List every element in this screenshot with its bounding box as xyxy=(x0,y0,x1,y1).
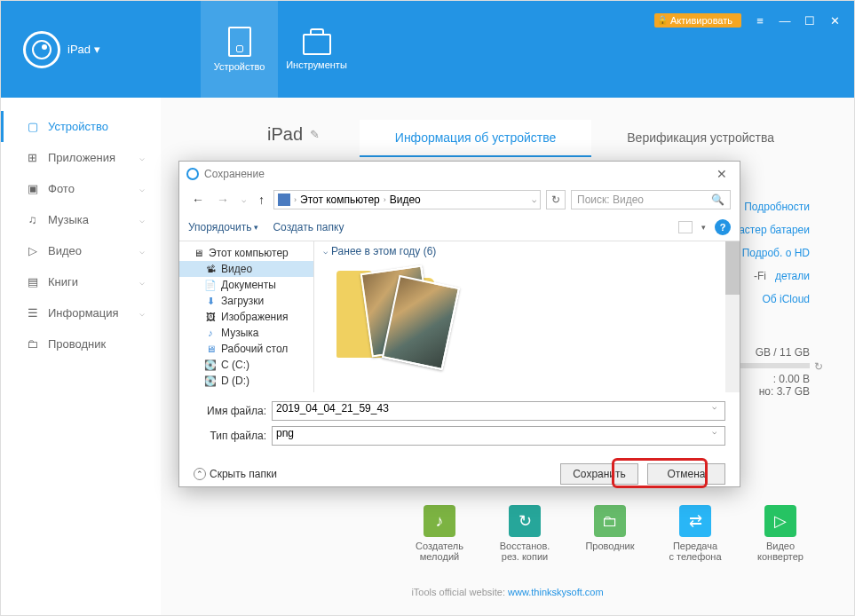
footer-link[interactable]: www.thinkskysoft.com xyxy=(508,587,604,597)
activate-button[interactable]: Активировать xyxy=(654,13,741,28)
tree-this-pc[interactable]: 🖥Этот компьютер xyxy=(179,245,313,261)
close-icon[interactable]: ✕ xyxy=(711,167,732,181)
back-button[interactable]: ← xyxy=(188,193,208,207)
sidebar-item-explorer[interactable]: 🗀Проводник xyxy=(1,328,161,359)
up-button[interactable]: ↑ xyxy=(255,193,268,207)
link-hd[interactable]: Подроб. о HD xyxy=(730,241,810,265)
drive-icon: 💽 xyxy=(204,359,217,370)
video-icon: 📽 xyxy=(204,264,217,274)
sidebar-item-video[interactable]: ▷Видео⌵ xyxy=(1,235,161,266)
sidebar-item-info[interactable]: ☰Информация⌵ xyxy=(1,297,161,328)
device-dropdown[interactable]: iPad ▾ xyxy=(67,43,100,56)
desktop-icon: 🖥 xyxy=(204,344,217,354)
menu-icon[interactable]: ≡ xyxy=(754,14,766,28)
tree-downloads[interactable]: ⬇Загрузки xyxy=(179,293,313,309)
folder-thumbnail[interactable] xyxy=(323,265,474,380)
link-details[interactable]: Подробности xyxy=(730,195,810,218)
dialog-toolbar: Упорядочить ▾ Создать папку ▾ ? xyxy=(179,213,740,241)
tool-ringtone[interactable]: ♪Создатель мелодий xyxy=(409,505,470,562)
search-icon: 🔍 xyxy=(711,193,724,206)
close-button[interactable]: ✕ xyxy=(828,14,841,28)
tree-drive-d[interactable]: 💽D (D:) xyxy=(179,373,313,389)
storage-info: GB / 11 GB ↻ : 0.00 B но: 3.7 GB xyxy=(739,346,810,398)
tool-transfer[interactable]: ⇄Передача с телефона xyxy=(665,505,725,562)
scrollbar-thumb[interactable] xyxy=(725,241,740,295)
pc-icon: 🖥 xyxy=(192,248,204,258)
drive-icon: 💽 xyxy=(204,375,217,386)
chevron-down-icon: ⌵ xyxy=(139,308,145,318)
refresh-button[interactable]: ↻ xyxy=(546,190,566,209)
app-logo-icon xyxy=(23,31,60,68)
chevron-down-icon: ⌵ xyxy=(323,247,328,256)
dialog-nav: ← → ⌵ ↑ › Этот компьютер › Видео ⌵ ↻ Пои… xyxy=(179,186,740,213)
tree-pictures[interactable]: 🖼Изображения xyxy=(179,309,313,325)
chevron-down-icon[interactable]: ⌵ xyxy=(707,402,721,411)
hide-folders-button[interactable]: ⌃Скрыть папки xyxy=(194,468,277,480)
tab-tools[interactable]: Инструменты xyxy=(278,1,355,98)
view-button[interactable] xyxy=(678,221,693,233)
tool-converter[interactable]: ▷Видео конвертер xyxy=(750,505,811,562)
tab-device-info[interactable]: Информация об устройстве xyxy=(360,120,591,157)
video-icon: ▷ xyxy=(26,244,39,257)
link-icloud[interactable]: Об iCloud xyxy=(730,288,810,311)
tab-device[interactable]: Устройство xyxy=(201,1,278,98)
sidebar-item-apps[interactable]: ⊞Приложения⌵ xyxy=(1,142,161,173)
search-input[interactable]: Поиск: Видео 🔍 xyxy=(571,190,731,209)
footer-text: iTools official website: xyxy=(411,587,508,597)
tools-row: ♪Создатель мелодий ↻Восстанов. рез. копи… xyxy=(409,505,811,562)
file-list[interactable]: ⌵Ранее в этом году (6) xyxy=(314,241,740,392)
tree-label: Документы xyxy=(221,279,276,291)
breadcrumb-item[interactable]: Этот компьютер xyxy=(300,193,380,206)
tree-documents[interactable]: 📄Документы xyxy=(179,277,313,293)
sidebar-item-music[interactable]: ♫Музыка⌵ xyxy=(1,204,161,235)
tree-drive-c[interactable]: 💽C (C:) xyxy=(179,357,313,373)
scrollbar[interactable] xyxy=(725,241,740,392)
breadcrumb-item[interactable]: Видео xyxy=(390,193,421,206)
breadcrumb[interactable]: › Этот компьютер › Видео ⌵ xyxy=(273,190,541,209)
recent-dropdown[interactable]: ⌵ xyxy=(238,195,249,204)
chevron-down-icon[interactable]: ▾ xyxy=(701,223,706,232)
dialog-body: 🖥Этот компьютер 📽Видео 📄Документы ⬇Загру… xyxy=(179,241,740,392)
sidebar-item-photo[interactable]: ▣Фото⌵ xyxy=(1,173,161,204)
edit-icon[interactable]: ✎ xyxy=(310,128,320,141)
tab-verification[interactable]: Верификация устройства xyxy=(591,120,810,157)
group-header[interactable]: ⌵Ранее в этом году (6) xyxy=(323,245,731,257)
breadcrumb-dropdown[interactable]: ⌵ xyxy=(532,195,536,204)
tool-label: Проводник xyxy=(585,541,634,551)
organize-button[interactable]: Упорядочить ▾ xyxy=(188,221,258,233)
tool-label: Видео конвертер xyxy=(757,541,804,562)
minimize-button[interactable]: — xyxy=(779,14,791,28)
tree-music[interactable]: ♪Музыка xyxy=(179,325,313,341)
tool-label: Восстанов. рез. копии xyxy=(500,541,550,562)
tree-label: Музыка xyxy=(221,327,258,339)
tree-video[interactable]: 📽Видео xyxy=(179,261,313,277)
chevron-down-icon: ⌵ xyxy=(139,277,145,287)
sidebar-item-books[interactable]: ▤Книги⌵ xyxy=(1,266,161,297)
sidebar-label: Фото xyxy=(48,182,75,195)
hide-folders-label: Скрыть папки xyxy=(210,468,277,480)
sidebar-item-device[interactable]: ▢Устройство xyxy=(1,111,161,142)
tool-explorer[interactable]: 🗀Проводник xyxy=(580,505,640,562)
cancel-button[interactable]: Отмена xyxy=(647,463,725,485)
photo-icon: ▣ xyxy=(26,182,39,195)
tool-label: Создатель мелодий xyxy=(416,541,463,562)
chevron-up-icon: ⌃ xyxy=(194,468,206,480)
device-title-text: iPad xyxy=(267,124,303,145)
save-button[interactable]: Сохранить xyxy=(560,463,638,485)
link-wifi-details[interactable]: детали xyxy=(775,270,810,282)
info-tabs: Информация об устройстве Верификация уст… xyxy=(360,120,810,157)
maximize-button[interactable]: ☐ xyxy=(804,14,816,28)
filetype-select[interactable]: png⌵ xyxy=(272,426,725,446)
folder-icon: 🗀 xyxy=(26,337,39,351)
info-icon: ☰ xyxy=(26,306,39,320)
forward-button[interactable]: → xyxy=(213,193,233,207)
doc-icon: 📄 xyxy=(204,280,217,290)
link-battery[interactable]: Мастер батареи xyxy=(730,218,810,241)
help-button[interactable]: ? xyxy=(715,219,731,235)
tree-desktop[interactable]: 🖥Рабочий стол xyxy=(179,341,313,357)
new-folder-button[interactable]: Создать папку xyxy=(273,221,344,233)
filename-input[interactable]: 2019_04_04_21_59_43⌵ xyxy=(272,401,725,421)
refresh-icon[interactable]: ↻ xyxy=(814,360,823,373)
chevron-down-icon[interactable]: ⌵ xyxy=(707,427,721,436)
tool-restore[interactable]: ↻Восстанов. рез. копии xyxy=(495,505,555,562)
